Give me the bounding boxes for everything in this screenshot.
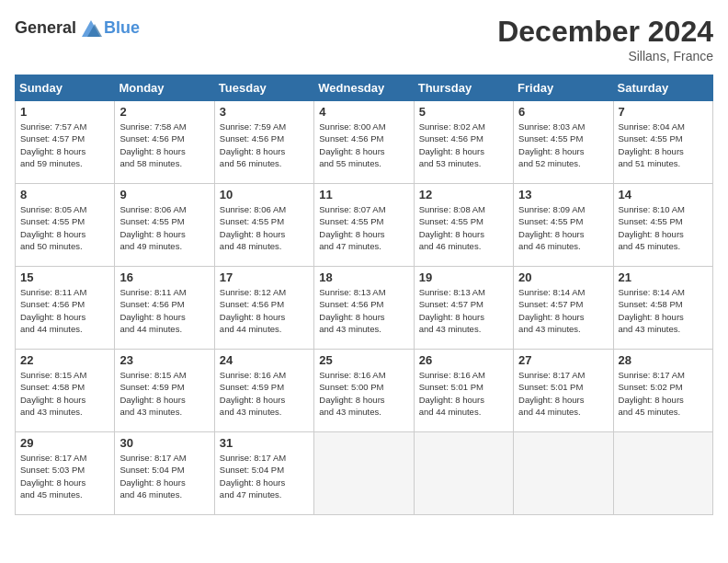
day-info: Sunrise: 8:02 AM Sunset: 4:56 PM Dayligh… bbox=[419, 121, 508, 169]
day-info: Sunrise: 8:15 AM Sunset: 4:59 PM Dayligh… bbox=[119, 369, 209, 418]
day-info: Sunrise: 8:11 AM Sunset: 4:56 PM Dayligh… bbox=[20, 286, 109, 335]
day-number: 3 bbox=[220, 105, 309, 119]
day-number: 27 bbox=[518, 353, 608, 367]
table-row: 30Sunrise: 8:17 AM Sunset: 5:04 PM Dayli… bbox=[115, 432, 214, 515]
col-friday: Friday bbox=[514, 75, 613, 101]
day-info: Sunrise: 8:17 AM Sunset: 5:02 PM Dayligh… bbox=[619, 369, 708, 418]
table-row: 9Sunrise: 8:06 AM Sunset: 4:55 PM Daylig… bbox=[115, 184, 214, 267]
table-row: 2Sunrise: 7:58 AM Sunset: 4:56 PM Daylig… bbox=[115, 101, 214, 184]
day-number: 8 bbox=[20, 188, 109, 201]
day-info: Sunrise: 8:08 AM Sunset: 4:55 PM Dayligh… bbox=[419, 203, 508, 252]
day-info: Sunrise: 8:16 AM Sunset: 5:00 PM Dayligh… bbox=[319, 369, 408, 418]
table-row: 13Sunrise: 8:09 AM Sunset: 4:55 PM Dayli… bbox=[514, 184, 613, 267]
day-number: 29 bbox=[20, 436, 109, 450]
table-row: 17Sunrise: 8:12 AM Sunset: 4:56 PM Dayli… bbox=[214, 267, 313, 350]
table-row: 31Sunrise: 8:17 AM Sunset: 5:04 PM Dayli… bbox=[214, 432, 313, 515]
table-row: 28Sunrise: 8:17 AM Sunset: 5:02 PM Dayli… bbox=[613, 350, 712, 432]
logo-icon bbox=[78, 15, 104, 40]
table-row: 20Sunrise: 8:14 AM Sunset: 4:57 PM Dayli… bbox=[514, 267, 613, 350]
table-row: 14Sunrise: 8:10 AM Sunset: 4:55 PM Dayli… bbox=[613, 184, 712, 267]
day-number: 11 bbox=[319, 188, 408, 201]
day-info: Sunrise: 7:59 AM Sunset: 4:56 PM Dayligh… bbox=[220, 121, 309, 169]
table-row: 22Sunrise: 8:15 AM Sunset: 4:58 PM Dayli… bbox=[16, 350, 115, 432]
col-saturday: Saturday bbox=[613, 75, 712, 101]
day-number: 31 bbox=[220, 436, 309, 450]
day-number: 12 bbox=[419, 188, 508, 201]
day-info: Sunrise: 8:13 AM Sunset: 4:56 PM Dayligh… bbox=[319, 286, 408, 335]
table-row: 3Sunrise: 7:59 AM Sunset: 4:56 PM Daylig… bbox=[214, 101, 313, 184]
table-row: 15Sunrise: 8:11 AM Sunset: 4:56 PM Dayli… bbox=[16, 267, 115, 350]
day-number: 30 bbox=[119, 436, 209, 450]
day-number: 19 bbox=[419, 270, 508, 284]
day-info: Sunrise: 8:14 AM Sunset: 4:57 PM Dayligh… bbox=[518, 286, 608, 335]
location: Sillans, France bbox=[497, 49, 713, 63]
day-info: Sunrise: 8:06 AM Sunset: 4:55 PM Dayligh… bbox=[119, 203, 209, 252]
day-info: Sunrise: 8:14 AM Sunset: 4:58 PM Dayligh… bbox=[619, 286, 708, 335]
col-monday: Monday bbox=[115, 75, 214, 101]
table-row: 16Sunrise: 8:11 AM Sunset: 4:56 PM Dayli… bbox=[115, 267, 214, 350]
header-row: Sunday Monday Tuesday Wednesday Thursday… bbox=[16, 75, 713, 101]
day-number: 26 bbox=[419, 353, 508, 367]
table-row bbox=[314, 432, 414, 515]
day-info: Sunrise: 8:17 AM Sunset: 5:01 PM Dayligh… bbox=[518, 369, 608, 418]
day-number: 24 bbox=[220, 353, 309, 367]
logo-blue: Blue bbox=[104, 18, 140, 38]
day-number: 1 bbox=[20, 105, 109, 119]
day-number: 18 bbox=[319, 270, 408, 284]
day-info: Sunrise: 8:15 AM Sunset: 4:58 PM Dayligh… bbox=[20, 369, 109, 418]
table-row: 23Sunrise: 8:15 AM Sunset: 4:59 PM Dayli… bbox=[115, 350, 214, 432]
table-row: 12Sunrise: 8:08 AM Sunset: 4:55 PM Dayli… bbox=[414, 184, 513, 267]
day-number: 14 bbox=[619, 188, 708, 201]
logo-general: General bbox=[15, 18, 76, 38]
day-number: 28 bbox=[619, 353, 708, 367]
table-row: 18Sunrise: 8:13 AM Sunset: 4:56 PM Dayli… bbox=[314, 267, 414, 350]
day-number: 10 bbox=[220, 188, 309, 201]
table-row bbox=[613, 432, 712, 515]
table-row: 24Sunrise: 8:16 AM Sunset: 4:59 PM Dayli… bbox=[214, 350, 313, 432]
title-block: December 2024 Sillans, France bbox=[497, 15, 713, 63]
table-row: 27Sunrise: 8:17 AM Sunset: 5:01 PM Dayli… bbox=[514, 350, 613, 432]
table-row: 29Sunrise: 8:17 AM Sunset: 5:03 PM Dayli… bbox=[16, 432, 115, 515]
day-number: 21 bbox=[619, 270, 708, 284]
table-row: 26Sunrise: 8:16 AM Sunset: 5:01 PM Dayli… bbox=[414, 350, 513, 432]
day-number: 13 bbox=[518, 188, 608, 201]
table-row: 11Sunrise: 8:07 AM Sunset: 4:55 PM Dayli… bbox=[314, 184, 414, 267]
table-row: 4Sunrise: 8:00 AM Sunset: 4:56 PM Daylig… bbox=[314, 101, 414, 184]
table-row: 1Sunrise: 7:57 AM Sunset: 4:57 PM Daylig… bbox=[16, 101, 115, 184]
day-info: Sunrise: 8:12 AM Sunset: 4:56 PM Dayligh… bbox=[220, 286, 309, 335]
day-number: 2 bbox=[119, 105, 209, 119]
day-info: Sunrise: 8:10 AM Sunset: 4:55 PM Dayligh… bbox=[619, 203, 708, 252]
day-info: Sunrise: 8:16 AM Sunset: 4:59 PM Dayligh… bbox=[220, 369, 309, 418]
day-info: Sunrise: 8:17 AM Sunset: 5:04 PM Dayligh… bbox=[119, 452, 209, 500]
day-info: Sunrise: 8:07 AM Sunset: 4:55 PM Dayligh… bbox=[319, 203, 408, 252]
day-info: Sunrise: 8:13 AM Sunset: 4:57 PM Dayligh… bbox=[419, 286, 508, 335]
day-number: 6 bbox=[518, 105, 608, 119]
page-header: General Blue December 2024 Sillans, Fran… bbox=[15, 15, 713, 63]
table-row: 7Sunrise: 8:04 AM Sunset: 4:55 PM Daylig… bbox=[613, 101, 712, 184]
day-number: 22 bbox=[20, 353, 109, 367]
day-number: 16 bbox=[119, 270, 209, 284]
day-number: 23 bbox=[119, 353, 209, 367]
day-number: 5 bbox=[419, 105, 508, 119]
calendar-table: Sunday Monday Tuesday Wednesday Thursday… bbox=[15, 75, 713, 515]
table-row bbox=[514, 432, 613, 515]
col-wednesday: Wednesday bbox=[314, 75, 414, 101]
day-number: 7 bbox=[619, 105, 708, 119]
col-sunday: Sunday bbox=[16, 75, 115, 101]
logo: General Blue bbox=[15, 15, 140, 40]
day-info: Sunrise: 8:05 AM Sunset: 4:55 PM Dayligh… bbox=[20, 203, 109, 252]
day-info: Sunrise: 8:06 AM Sunset: 4:55 PM Dayligh… bbox=[220, 203, 309, 252]
day-number: 9 bbox=[119, 188, 209, 201]
day-info: Sunrise: 7:58 AM Sunset: 4:56 PM Dayligh… bbox=[119, 121, 209, 169]
day-info: Sunrise: 8:16 AM Sunset: 5:01 PM Dayligh… bbox=[419, 369, 508, 418]
table-row bbox=[414, 432, 513, 515]
day-number: 15 bbox=[20, 270, 109, 284]
table-row: 25Sunrise: 8:16 AM Sunset: 5:00 PM Dayli… bbox=[314, 350, 414, 432]
table-row: 10Sunrise: 8:06 AM Sunset: 4:55 PM Dayli… bbox=[214, 184, 313, 267]
col-thursday: Thursday bbox=[414, 75, 513, 101]
month-year: December 2024 bbox=[497, 15, 713, 49]
table-row: 19Sunrise: 8:13 AM Sunset: 4:57 PM Dayli… bbox=[414, 267, 513, 350]
day-info: Sunrise: 8:09 AM Sunset: 4:55 PM Dayligh… bbox=[518, 203, 608, 252]
day-info: Sunrise: 8:17 AM Sunset: 5:04 PM Dayligh… bbox=[220, 452, 309, 500]
day-info: Sunrise: 8:00 AM Sunset: 4:56 PM Dayligh… bbox=[319, 121, 408, 169]
